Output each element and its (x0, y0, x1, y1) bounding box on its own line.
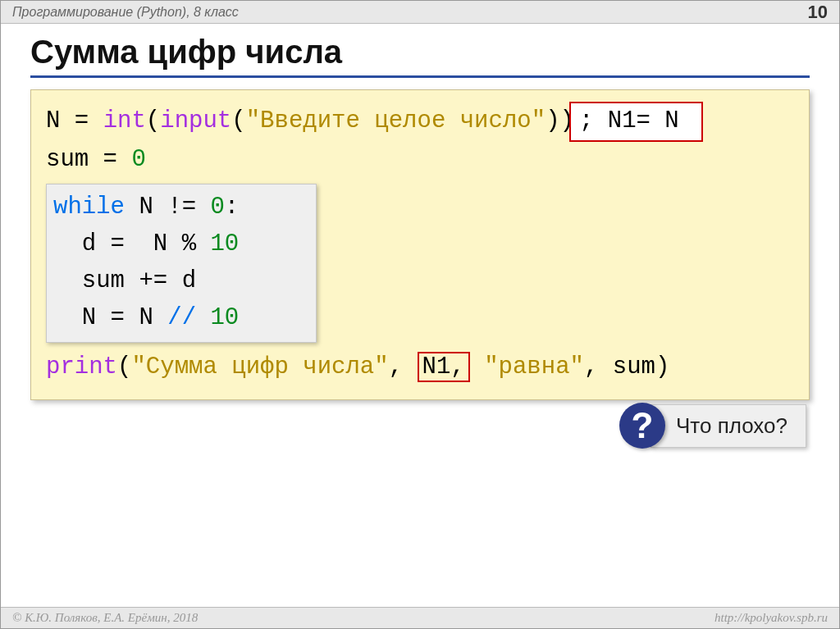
header-bar: Программирование (Python), 8 класс 10 (1, 1, 839, 24)
page-number: 10 (808, 2, 828, 23)
n1-inline-box: N1, (418, 352, 470, 382)
question-callout: ? Что плохо? (619, 403, 806, 449)
loop-line-1: while N != 0: (53, 189, 306, 226)
copyright: © К.Ю. Поляков, Е.А. Ерёмин, 2018 (12, 611, 198, 625)
question-text: Что плохо? (651, 404, 806, 448)
code-line-2: sum = 0 (46, 142, 794, 179)
question-icon: ? (619, 403, 665, 449)
loop-line-2: d = N % 10 (53, 226, 306, 263)
footer-url: http://kpolyakov.spb.ru (714, 611, 828, 625)
course-label: Программирование (Python), 8 класс (12, 5, 239, 20)
code-line-1: N = int(input("Введите целое число")); N… (46, 102, 794, 142)
content: Сумма цифр числа N = int(input("Введите … (1, 24, 839, 400)
n1-annotation-box: ; N1= N (569, 102, 703, 142)
slide-title: Сумма цифр числа (30, 34, 810, 78)
loop-box: while N != 0: d = N % 10 sum += d N = N … (46, 184, 317, 343)
loop-line-4: N = N // 10 (53, 300, 306, 337)
footer-bar: © К.Ю. Поляков, Е.А. Ерёмин, 2018 http:/… (1, 607, 839, 628)
code-line-print: print("Сумма цифр числа", N1, "равна", s… (46, 349, 794, 386)
slide: Программирование (Python), 8 класс 10 Су… (0, 0, 840, 629)
loop-line-3: sum += d (53, 263, 306, 300)
code-block: N = int(input("Введите целое число")); N… (30, 89, 810, 400)
